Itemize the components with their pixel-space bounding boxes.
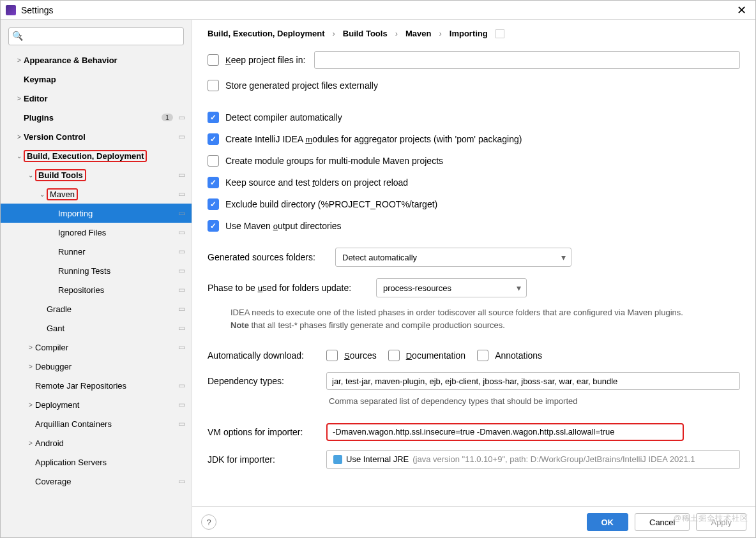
sidebar-item-label: Plugins — [24, 113, 162, 123]
badge: 1 — [162, 114, 173, 121]
sidebar-item-arquillian[interactable]: Arquillian Containers▭ — [1, 414, 192, 433]
scope-indicator-icon: ▭ — [178, 419, 185, 428]
sel-generated[interactable]: Detect automatically — [335, 248, 571, 267]
sidebar-item-remotejar[interactable]: Remote Jar Repositories▭ — [1, 376, 192, 395]
lbl-create-modules: Create IntelliJ IDEA modules for aggrega… — [225, 134, 522, 144]
breadcrumb-3: Importing — [450, 29, 488, 38]
chk-use-output[interactable] — [208, 220, 219, 232]
sel-jdk[interactable]: Use Internal JRE (java version "11.0.10+… — [326, 450, 740, 469]
sidebar-item-importing[interactable]: Importing▭ — [1, 204, 192, 223]
lbl-jdk: JDK for importer: — [208, 454, 326, 465]
sidebar-item-bed[interactable]: ⌄Build, Execution, Deployment — [1, 146, 192, 165]
lbl-auto-dl: Automatically download: — [208, 350, 326, 361]
scope-indicator-icon: ▭ — [178, 132, 185, 141]
sidebar-item-appearance[interactable]: >Appearance & Behavior — [1, 50, 192, 70]
breadcrumb-0[interactable]: Build, Execution, Deployment — [208, 29, 324, 38]
scope-indicator-icon: ▭ — [178, 113, 185, 122]
sidebar-item-label: Importing — [58, 209, 176, 218]
scope-indicator-icon: ▭ — [178, 477, 185, 486]
sidebar-item-keymap[interactable]: Keymap — [1, 70, 192, 89]
sidebar-item-label: Ignored Files — [58, 228, 176, 237]
sidebar-item-editor[interactable]: >Editor — [1, 89, 192, 108]
chk-store-external[interactable] — [208, 80, 219, 91]
footer: ? OK Cancel Apply — [192, 506, 755, 537]
sidebar-item-appservers[interactable]: Application Servers — [1, 452, 192, 472]
search-input[interactable] — [8, 27, 184, 45]
lbl-ann: Annotations — [495, 350, 542, 361]
chk-keep-files[interactable] — [208, 54, 219, 66]
scope-indicator-icon: ▭ — [178, 266, 185, 275]
sidebar-item-label: Remote Jar Repositories — [35, 381, 176, 391]
chk-module-groups[interactable] — [208, 155, 219, 167]
sidebar-item-label: Debugger — [35, 362, 185, 371]
scope-indicator-icon: ▭ — [178, 304, 185, 313]
sidebar-item-label: Version Control — [24, 132, 176, 142]
sidebar-item-coverage[interactable]: Coverage▭ — [1, 472, 192, 491]
chk-docs[interactable] — [388, 350, 400, 361]
sidebar-item-gant[interactable]: Gant▭ — [1, 318, 192, 338]
lbl-generated: Generated sources folders: — [208, 252, 335, 262]
scope-indicator-icon: ▭ — [178, 381, 185, 390]
chk-ann[interactable] — [477, 350, 488, 361]
sidebar: 🔍▾ >Appearance & BehaviorKeymap>EditorPl… — [1, 20, 192, 537]
sidebar-item-buildtools[interactable]: ⌄Build Tools▭ — [1, 165, 192, 184]
sidebar-item-debugger[interactable]: >Debugger — [1, 357, 192, 376]
lbl-dep-types: Dependency types: — [208, 376, 326, 386]
input-dep-types[interactable] — [326, 372, 740, 390]
sidebar-item-runtests[interactable]: Running Tests▭ — [1, 261, 192, 280]
scope-indicator-icon: ▭ — [178, 228, 185, 237]
breadcrumb-1[interactable]: Build Tools — [343, 29, 388, 38]
sidebar-item-label: Maven — [47, 188, 176, 200]
sidebar-item-ignored[interactable]: Ignored Files▭ — [1, 223, 192, 242]
hint-dep-types: Comma separated list of dependency types… — [329, 395, 740, 408]
sidebar-item-label: Build, Execution, Deployment — [24, 150, 185, 162]
sel-phase[interactable]: process-resources — [376, 278, 527, 297]
sidebar-item-android[interactable]: >Android — [1, 433, 192, 452]
lbl-phase: Phase to be used for folders update: — [208, 283, 376, 293]
input-vm-options[interactable] — [326, 423, 684, 441]
cancel-button[interactable]: Cancel — [635, 513, 690, 531]
sidebar-item-label: Gradle — [47, 304, 176, 314]
jre-icon — [333, 455, 342, 464]
search-dropdown-icon[interactable]: ▾ — [19, 33, 22, 39]
apply-button[interactable]: Apply — [696, 513, 746, 531]
lbl-keep-folders: Keep source and test folders on project … — [225, 177, 408, 188]
sidebar-item-label: Gant — [47, 324, 176, 333]
lbl-vm: VM options for importer: — [208, 427, 326, 437]
sidebar-item-maven[interactable]: ⌄Maven▭ — [1, 184, 192, 204]
note-phase: IDEA needs to execute one of the listed … — [231, 306, 740, 331]
sidebar-item-gradle[interactable]: Gradle▭ — [1, 299, 192, 318]
chk-keep-folders[interactable] — [208, 177, 219, 188]
sidebar-item-label: Editor — [24, 94, 185, 103]
breadcrumb-2[interactable]: Maven — [405, 29, 431, 38]
ok-button[interactable]: OK — [587, 513, 629, 531]
search-input-wrap: 🔍▾ — [8, 27, 184, 45]
sidebar-item-label: Keymap — [24, 75, 185, 84]
chk-sources[interactable] — [326, 350, 338, 361]
close-icon[interactable]: ✕ — [733, 3, 750, 17]
chk-detect-compiler[interactable] — [208, 112, 219, 123]
keep-files-path[interactable] — [314, 51, 740, 69]
scope-indicator-icon: ▭ — [178, 400, 185, 409]
content-panel: Keep project files in: Store generated p… — [192, 45, 755, 506]
app-icon — [6, 5, 16, 15]
sidebar-item-label: Runner — [58, 247, 176, 257]
sidebar-item-repos[interactable]: Repositories▭ — [1, 280, 192, 299]
lbl-store-external: Store generated project files externally — [225, 80, 378, 91]
sidebar-item-label: Repositories — [58, 285, 176, 295]
sidebar-item-compiler[interactable]: >Compiler▭ — [1, 338, 192, 357]
chk-exclude-build[interactable] — [208, 198, 219, 210]
help-icon[interactable]: ? — [201, 514, 216, 530]
sidebar-item-runner[interactable]: Runner▭ — [1, 242, 192, 261]
sidebar-item-vcs[interactable]: >Version Control▭ — [1, 127, 192, 146]
lbl-exclude-build: Exclude build directory (%PROJECT_ROOT%/… — [225, 199, 437, 209]
jdk-value: Use Internal JRE — [346, 454, 409, 464]
sidebar-item-deployment[interactable]: >Deployment▭ — [1, 395, 192, 414]
scope-indicator-icon: ▭ — [178, 190, 185, 198]
scope-icon[interactable] — [495, 29, 504, 38]
scope-indicator-icon: ▭ — [178, 285, 185, 294]
sidebar-item-plugins[interactable]: Plugins1▭ — [1, 108, 192, 127]
scope-indicator-icon: ▭ — [178, 209, 185, 218]
chk-create-modules[interactable] — [208, 133, 219, 145]
lbl-docs: Documentation — [406, 350, 465, 361]
